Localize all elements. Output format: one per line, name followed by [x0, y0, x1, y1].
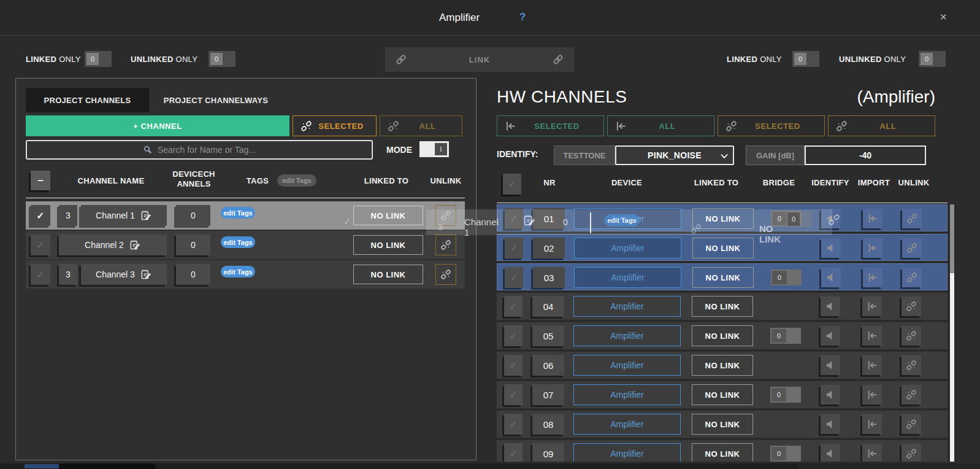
device-button[interactable]: Amplifier	[573, 414, 681, 435]
unlink-button[interactable]	[902, 238, 922, 258]
device-button[interactable]: Amplifier	[574, 208, 681, 229]
unlink-button[interactable]	[902, 444, 921, 462]
bridge-toggle[interactable]: 0	[771, 211, 802, 227]
mode-toggle[interactable]: I	[419, 141, 449, 157]
help-icon[interactable]: ?	[519, 11, 526, 23]
device-button[interactable]: Amplifier	[573, 384, 681, 405]
identify-button[interactable]	[821, 238, 841, 258]
device-button[interactable]: Amplifier	[573, 325, 681, 346]
select-all-checkbox-hw[interactable]: ✓	[503, 174, 521, 195]
unlink-button[interactable]	[902, 385, 921, 405]
row-checkbox[interactable]: ✓	[505, 238, 523, 258]
search-input[interactable]: Search for Name or Tag...	[26, 140, 373, 160]
unlink-button[interactable]	[435, 264, 456, 285]
tab-project-channelways[interactable]: PROJECT CHANNELWAYS	[149, 88, 283, 112]
unlink-button[interactable]	[902, 297, 921, 316]
hw-channel-row[interactable]: ✓ 07 Amplifier NO LINK 0	[497, 381, 947, 408]
hw-channel-row[interactable]: ✓ 01 Amplifier NO LINK 0	[497, 204, 947, 231]
edit-tags-header-pill[interactable]: edit Tags	[277, 174, 316, 187]
identify-button[interactable]	[821, 444, 840, 462]
row-checkbox[interactable]: ✓	[504, 355, 523, 376]
bridge-toggle[interactable]: 0	[770, 328, 801, 344]
unlink-button[interactable]	[902, 355, 921, 375]
row-checkbox[interactable]: ✓	[31, 205, 50, 226]
import-button[interactable]	[863, 268, 882, 287]
tab-project-channels[interactable]: PROJECT CHANNELS	[26, 88, 149, 112]
unlinked-only-toggle-left[interactable]: 0	[209, 51, 235, 67]
channel-name-cell[interactable]: Channel 1	[81, 205, 167, 226]
linked-only-toggle-left[interactable]: 0	[85, 51, 112, 67]
row-checkbox[interactable]: ✓	[504, 296, 523, 317]
import-all-button[interactable]: ALL	[607, 115, 714, 136]
row-checkbox[interactable]: ✓	[31, 264, 50, 285]
project-channel-row[interactable]: ✓ 3 Channel 3 0 edit Tags NO LINK	[26, 260, 465, 289]
add-channel-button[interactable]: + CHANNEL	[26, 115, 289, 136]
hw-channel-row[interactable]: ✓ 06 Amplifier NO LINK	[497, 352, 947, 379]
row-checkbox[interactable]: ✓	[504, 414, 523, 435]
edit-tags-pill[interactable]: edit Tags	[221, 236, 255, 248]
unlink-button[interactable]	[435, 205, 456, 226]
device-button[interactable]: Amplifier	[573, 443, 681, 462]
device-button[interactable]: Amplifier	[573, 355, 681, 376]
identify-button[interactable]	[821, 385, 840, 405]
unlink-all-button[interactable]: ALL	[380, 115, 462, 136]
deselect-all-checkbox[interactable]: −	[31, 171, 50, 190]
row-checkbox[interactable]: ✓	[504, 384, 523, 405]
channel-name-cell[interactable]: Channel 3	[81, 264, 167, 285]
identify-button[interactable]	[821, 414, 840, 434]
hw-channel-row[interactable]: ✓ 04 Amplifier NO LINK	[497, 293, 947, 320]
close-icon[interactable]: ✕	[940, 12, 947, 23]
identify-button[interactable]	[821, 268, 841, 287]
row-checkbox[interactable]: ✓	[504, 443, 523, 462]
bridge-toggle[interactable]: 0	[771, 269, 802, 285]
linked-only-toggle-right[interactable]: 0	[792, 51, 819, 67]
unlinked-only-toggle-right[interactable]: 0	[919, 51, 946, 67]
import-button[interactable]	[862, 444, 882, 462]
import-button[interactable]	[862, 355, 882, 375]
device-button[interactable]: Amplifier	[574, 267, 681, 288]
device-button[interactable]: Amplifier	[573, 296, 681, 317]
scrollbar-thumb[interactable]	[25, 464, 59, 468]
scrollbar-thumb[interactable]	[950, 204, 954, 273]
row-checkbox[interactable]: ✓	[505, 267, 523, 288]
hw-channel-row[interactable]: ✓ 05 Amplifier NO LINK 0	[497, 322, 947, 349]
hw-channel-row[interactable]: ✓ 09 Amplifier NO LINK 0	[497, 440, 947, 462]
identify-button[interactable]	[821, 209, 841, 228]
project-channel-row[interactable]: ✓ Channel 2 0 edit Tags NO LINK	[26, 231, 465, 259]
unlink-all-button-hw[interactable]: ALL	[828, 115, 935, 136]
import-button[interactable]	[862, 414, 882, 434]
device-button[interactable]: Amplifier	[574, 238, 681, 258]
unlink-button[interactable]	[902, 268, 922, 287]
row-checkbox[interactable]: ✓	[505, 208, 523, 229]
hw-channel-row[interactable]: ✓ 02 Amplifier NO LINK	[497, 234, 947, 261]
bridge-toggle[interactable]: 0	[770, 387, 801, 403]
import-button[interactable]	[863, 209, 882, 228]
bridge-toggle[interactable]: 0	[770, 446, 801, 462]
broken-link-icon	[906, 360, 917, 371]
unlink-button[interactable]	[435, 234, 456, 255]
hw-channel-row[interactable]: ✓ 08 Amplifier NO LINK	[497, 411, 947, 438]
identify-button[interactable]	[821, 326, 840, 346]
row-checkbox[interactable]: ✓	[31, 234, 50, 255]
unlink-selected-button[interactable]: SELECTED	[293, 115, 377, 136]
import-button[interactable]	[862, 385, 882, 405]
import-selected-button[interactable]: SELECTED	[497, 115, 604, 136]
gain-input[interactable]	[805, 145, 926, 165]
edit-tags-pill[interactable]: edit Tags	[221, 207, 255, 219]
unlink-button[interactable]	[902, 414, 921, 434]
hw-channel-row[interactable]: ✓ 03 Amplifier NO LINK 0	[497, 263, 947, 290]
import-button[interactable]	[863, 238, 882, 258]
link-button[interactable]: LINK	[385, 47, 574, 72]
testtone-select[interactable]: PINK_NOISE	[615, 145, 734, 165]
import-button[interactable]	[862, 326, 882, 346]
edit-tags-pill[interactable]: edit Tags	[221, 266, 255, 277]
identify-button[interactable]	[821, 297, 840, 316]
unlink-selected-button-hw[interactable]: SELECTED	[718, 115, 825, 136]
unlink-button[interactable]	[902, 209, 922, 228]
row-checkbox[interactable]: ✓	[504, 325, 523, 346]
unlink-button[interactable]	[902, 326, 921, 346]
channel-name-cell[interactable]: Channel 2	[59, 234, 167, 255]
import-button[interactable]	[862, 297, 882, 316]
project-channel-row[interactable]: ✓ 3 Channel 1 0 edit Tags NO LINK	[26, 201, 465, 230]
identify-button[interactable]	[821, 355, 840, 375]
